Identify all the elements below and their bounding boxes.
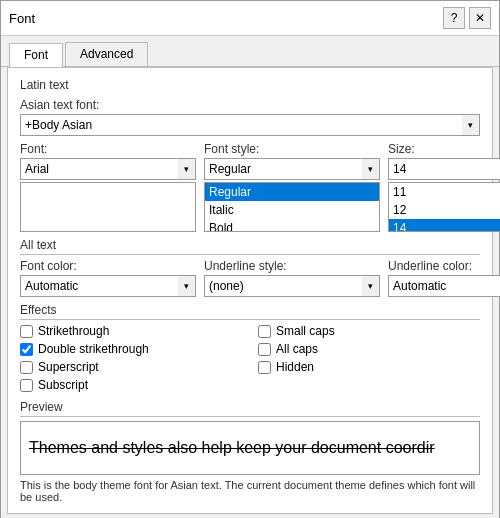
size-listbox[interactable]: 11 12 14 xyxy=(388,182,500,232)
superscript-checkbox[interactable] xyxy=(20,361,33,374)
font-style-listbox[interactable]: Regular Italic Bold xyxy=(204,182,380,232)
underline-style-combo: ▾ xyxy=(204,275,380,297)
underline-color-input[interactable] xyxy=(388,275,500,297)
font-color-dropdown-btn[interactable]: ▾ xyxy=(178,275,196,297)
effects-left-col: Strikethrough Double strikethrough Super… xyxy=(20,324,242,392)
effects-right-col: Small caps All caps Hidden xyxy=(258,324,480,392)
superscript-label: Superscript xyxy=(38,360,99,374)
asian-font-group: Asian text font: ▾ xyxy=(20,98,480,136)
font-group: Font: ▾ xyxy=(20,142,196,232)
font-color-label: Font color: xyxy=(20,259,196,273)
small-caps-checkbox[interactable] xyxy=(258,325,271,338)
effects-label: Effects xyxy=(20,303,480,320)
underline-style-group: Underline style: ▾ xyxy=(204,259,380,297)
font-dropdown-btn[interactable]: ▾ xyxy=(178,158,196,180)
size-label: Size: xyxy=(388,142,500,156)
hidden-row[interactable]: Hidden xyxy=(258,360,480,374)
double-strikethrough-label: Double strikethrough xyxy=(38,342,149,356)
font-input[interactable] xyxy=(20,158,196,180)
size-11[interactable]: 11 xyxy=(389,183,500,201)
double-strikethrough-checkbox[interactable] xyxy=(20,343,33,356)
font-label: Font: xyxy=(20,142,196,156)
size-input[interactable] xyxy=(388,158,500,180)
double-strikethrough-row[interactable]: Double strikethrough xyxy=(20,342,242,356)
asian-font-label: Asian text font: xyxy=(20,98,480,112)
asian-font-input[interactable] xyxy=(20,114,480,136)
hidden-checkbox[interactable] xyxy=(258,361,271,374)
effects-section: Effects Strikethrough Double strikethrou… xyxy=(20,303,480,392)
size-12[interactable]: 12 xyxy=(389,201,500,219)
font-color-combo: ▾ xyxy=(20,275,196,297)
asian-font-combo: ▾ xyxy=(20,114,480,136)
all-text-row: Font color: ▾ Underline style: ▾ Underli… xyxy=(20,259,480,297)
superscript-row[interactable]: Superscript xyxy=(20,360,242,374)
all-caps-label: All caps xyxy=(276,342,318,356)
font-style-input[interactable] xyxy=(204,158,380,180)
title-bar: Font ? ✕ xyxy=(1,1,499,36)
asian-font-dropdown-btn[interactable]: ▾ xyxy=(462,114,480,136)
tab-advanced[interactable]: Advanced xyxy=(65,42,148,66)
size-combo: ▾ xyxy=(388,158,500,180)
tab-font[interactable]: Font xyxy=(9,43,63,67)
strikethrough-label: Strikethrough xyxy=(38,324,109,338)
subscript-checkbox[interactable] xyxy=(20,379,33,392)
preview-label: Preview xyxy=(20,400,480,417)
font-style-label: Font style: xyxy=(204,142,380,156)
subscript-label: Subscript xyxy=(38,378,88,392)
font-dialog: Font ? ✕ Font Advanced Latin text Asian … xyxy=(0,0,500,518)
title-bar-buttons: ? ✕ xyxy=(443,7,491,29)
size-group: Size: ▾ 11 12 14 xyxy=(388,142,500,232)
all-caps-row[interactable]: All caps xyxy=(258,342,480,356)
strikethrough-checkbox[interactable] xyxy=(20,325,33,338)
font-color-input[interactable] xyxy=(20,275,196,297)
all-caps-checkbox[interactable] xyxy=(258,343,271,356)
tab-bar: Font Advanced xyxy=(1,36,499,67)
style-bold[interactable]: Bold xyxy=(205,219,379,232)
preview-text: Themes and styles also help keep your do… xyxy=(29,439,435,457)
all-text-label: All text xyxy=(20,238,480,255)
dialog-title: Font xyxy=(9,11,35,26)
underline-color-label: Underline color: xyxy=(388,259,500,273)
font-listbox[interactable] xyxy=(20,182,196,232)
underline-color-combo: ▾ xyxy=(388,275,500,297)
size-14[interactable]: 14 xyxy=(389,219,500,232)
subscript-row[interactable]: Subscript xyxy=(20,378,242,392)
preview-box: Themes and styles also help keep your do… xyxy=(20,421,480,475)
small-caps-row[interactable]: Small caps xyxy=(258,324,480,338)
underline-color-group: Underline color: ▾ xyxy=(388,259,500,297)
font-combo: ▾ xyxy=(20,158,196,180)
tab-content: Latin text Asian text font: ▾ Font: ▾ xyxy=(7,67,493,514)
preview-section: Preview Themes and styles also help keep… xyxy=(20,400,480,503)
latin-text-label: Latin text xyxy=(20,78,480,92)
underline-style-input[interactable] xyxy=(204,275,380,297)
font-style-size-row: Font: ▾ Font style: ▾ Regular Italic Bol… xyxy=(20,142,480,232)
hidden-label: Hidden xyxy=(276,360,314,374)
underline-style-label: Underline style: xyxy=(204,259,380,273)
font-color-group: Font color: ▾ xyxy=(20,259,196,297)
style-italic[interactable]: Italic xyxy=(205,201,379,219)
font-style-dropdown-btn[interactable]: ▾ xyxy=(362,158,380,180)
asian-font-row: Asian text font: ▾ xyxy=(20,98,480,136)
preview-caption: This is the body theme font for Asian te… xyxy=(20,479,480,503)
strikethrough-row[interactable]: Strikethrough xyxy=(20,324,242,338)
font-style-group: Font style: ▾ Regular Italic Bold xyxy=(204,142,380,232)
close-button[interactable]: ✕ xyxy=(469,7,491,29)
style-regular[interactable]: Regular xyxy=(205,183,379,201)
help-button[interactable]: ? xyxy=(443,7,465,29)
effects-cols: Strikethrough Double strikethrough Super… xyxy=(20,324,480,392)
underline-style-dropdown-btn[interactable]: ▾ xyxy=(362,275,380,297)
font-style-combo: ▾ xyxy=(204,158,380,180)
small-caps-label: Small caps xyxy=(276,324,335,338)
